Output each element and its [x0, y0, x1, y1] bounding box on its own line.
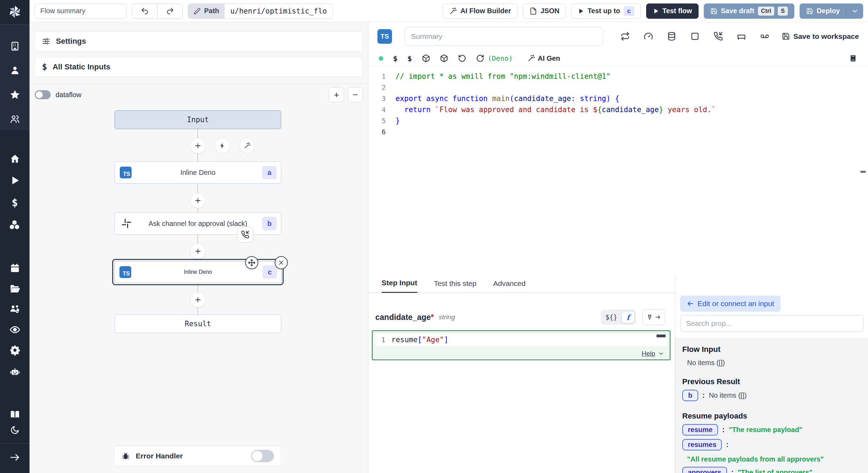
add-variable-icon[interactable]: $: [393, 54, 398, 63]
error-handler-card[interactable]: Error Handler: [114, 446, 281, 466]
tab-test-this-step[interactable]: Test this step: [434, 279, 477, 293]
library-icon[interactable]: [849, 54, 858, 62]
flow-node-input[interactable]: Input: [115, 110, 281, 129]
json-button[interactable]: JSON: [523, 3, 566, 19]
plus-icon: [194, 142, 202, 150]
expand-sidebar-arrow-icon[interactable]: [0, 450, 30, 464]
zoom-in-button[interactable]: +: [329, 87, 344, 102]
resources-icon[interactable]: [0, 218, 30, 231]
user-icon[interactable]: [0, 64, 30, 77]
save-draft-button[interactable]: Save draft Ctrl S: [704, 3, 794, 19]
package-icon[interactable]: [440, 54, 448, 62]
home-icon[interactable]: [0, 152, 30, 166]
ai-gen-button[interactable]: AI Gen: [527, 54, 560, 62]
undo-button[interactable]: [132, 4, 157, 18]
redo-button[interactable]: [157, 4, 182, 18]
flow-panel: Settings $ All Static Inputs dataflow + …: [30, 22, 368, 473]
workspace-icon[interactable]: [0, 39, 30, 53]
reload-refresh-icon[interactable]: [476, 54, 484, 62]
windmill-logo[interactable]: [0, 3, 30, 21]
audit-eye-icon[interactable]: [0, 323, 30, 337]
code-line[interactable]: 2: [368, 82, 868, 93]
runs-play-icon[interactable]: [0, 174, 30, 187]
flow-node-step-b[interactable]: Ask channel for approval (slack) b: [115, 212, 281, 235]
prop-badge-b[interactable]: b: [682, 390, 698, 401]
folders-icon[interactable]: [0, 282, 30, 296]
groups-icon[interactable]: [0, 302, 30, 316]
scrollbar-mark[interactable]: [860, 171, 866, 173]
flow-node-result[interactable]: Result: [115, 314, 281, 333]
cache-database-icon[interactable]: [667, 32, 676, 41]
tab-advanced[interactable]: Advanced: [493, 279, 525, 293]
settings-gear-icon[interactable]: [0, 343, 30, 357]
insert-step-button[interactable]: [190, 138, 206, 153]
reset-rotate-ccw-icon[interactable]: [458, 54, 466, 62]
test-flow-button[interactable]: Test flow: [646, 3, 699, 19]
prop-badge-approvers[interactable]: approvers: [682, 467, 727, 473]
sleep-bed-icon[interactable]: [737, 32, 746, 41]
test-up-to-button[interactable]: Test up to c: [571, 3, 641, 19]
insert-step-button[interactable]: [190, 244, 206, 259]
deploy-button[interactable]: Deploy: [800, 3, 846, 19]
zoom-out-button[interactable]: −: [348, 87, 363, 102]
template-mode-button[interactable]: ${}: [602, 312, 621, 322]
path-label: Path: [204, 7, 219, 15]
ai-insert-wand-button[interactable]: [240, 138, 255, 153]
docs-book-icon[interactable]: [0, 407, 30, 421]
prop-badge-resume[interactable]: resume: [682, 424, 718, 436]
expression-editor[interactable]: 1 resume["Age"] Help: [372, 330, 670, 360]
trigger-button[interactable]: [215, 138, 230, 153]
favorites-star-icon[interactable]: [0, 88, 30, 102]
runtime-label[interactable]: (Deno): [488, 54, 513, 62]
slack-icon: [120, 218, 132, 229]
connect-input-panel: Edit or connect an input Flow Input No i…: [675, 276, 868, 473]
arrow-left-icon: [686, 300, 694, 307]
chevron-down-icon: [658, 350, 664, 357]
schedules-calendar-icon[interactable]: [0, 261, 30, 275]
variables-icon[interactable]: $: [0, 195, 30, 209]
voicemail-icon[interactable]: [760, 32, 769, 41]
save-to-workspace-button[interactable]: Save to workspace: [782, 32, 859, 41]
connect-input-plug-button[interactable]: [642, 309, 665, 325]
tab-step-input[interactable]: Step Input: [382, 279, 417, 293]
add-resource-icon[interactable]: $: [407, 54, 412, 63]
required-asterisk: *: [431, 313, 434, 322]
concurrency-gauge-icon[interactable]: [644, 32, 653, 41]
move-step-button[interactable]: [245, 256, 258, 269]
retry-repeat-icon[interactable]: [620, 32, 630, 41]
typescript-badge: TS: [119, 266, 131, 278]
delete-step-button[interactable]: [275, 256, 288, 269]
suspend-phone-incoming-icon[interactable]: [713, 32, 723, 41]
code-editor[interactable]: 1// import * as wmill from "npm:windmill…: [368, 67, 868, 276]
code-line[interactable]: 4 return `Flow was approved and candidat…: [368, 104, 868, 115]
all-static-inputs-card[interactable]: $ All Static Inputs: [35, 57, 363, 77]
flow-summary-input[interactable]: [34, 3, 127, 19]
members-icon[interactable]: [0, 112, 30, 126]
code-line[interactable]: 1// import * as wmill from "npm:windmill…: [368, 71, 868, 82]
dark-mode-moon-icon[interactable]: [0, 423, 30, 437]
insert-step-button[interactable]: [190, 292, 206, 307]
code-line[interactable]: 5}: [368, 115, 868, 126]
code-line[interactable]: 3export async function main(candidate_ag…: [368, 93, 868, 104]
step-id-badge: a: [262, 166, 277, 179]
step-summary-input[interactable]: [404, 27, 603, 46]
edit-or-connect-pill[interactable]: Edit or connect an input: [680, 296, 781, 312]
ai-flow-builder-button[interactable]: AI Flow Builder: [443, 3, 518, 19]
early-stop-square-icon[interactable]: [690, 32, 700, 41]
workers-robot-icon[interactable]: [0, 365, 30, 379]
code-line[interactable]: 6: [368, 126, 868, 137]
flow-node-step-a[interactable]: TS Inline Deno a: [115, 161, 281, 184]
typescript-badge: TS: [120, 167, 132, 178]
deploy-more-button[interactable]: [846, 3, 863, 19]
dataflow-toggle[interactable]: [35, 90, 51, 99]
flow-settings-card[interactable]: Settings: [35, 31, 363, 51]
prop-badge-resumes[interactable]: resumes: [682, 439, 722, 450]
search-prop-input[interactable]: [680, 315, 864, 332]
path-chip[interactable]: Path u/henri/optimistic_flo: [188, 3, 333, 19]
help-link[interactable]: Help: [642, 350, 664, 357]
error-handler-toggle[interactable]: [251, 450, 274, 462]
package-icon[interactable]: [422, 54, 430, 62]
insert-step-button[interactable]: [190, 193, 206, 208]
scrollbar-mark: [657, 335, 666, 337]
function-mode-button[interactable]: f: [621, 311, 635, 323]
